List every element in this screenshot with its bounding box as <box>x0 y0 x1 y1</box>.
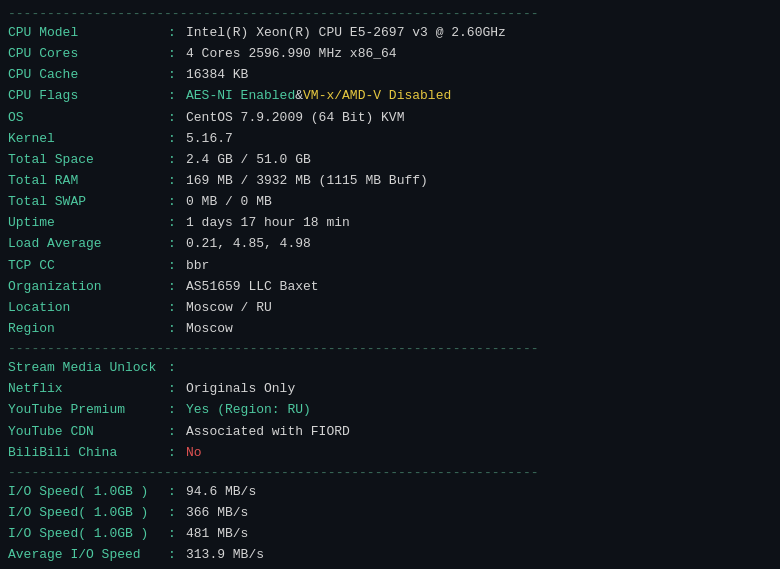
label-org: Organization <box>8 277 168 297</box>
value-os: CentOS 7.9.2009 (64 Bit) KVM <box>186 108 404 128</box>
value-tcp-cc: bbr <box>186 256 209 276</box>
row-load-avg: Load Average : 0.21, 4.85, 4.98 <box>8 234 772 254</box>
colon-uptime: : <box>168 213 186 233</box>
row-total-space: Total Space : 2.4 GB / 51.0 GB <box>8 150 772 170</box>
label-io1: I/O Speed( 1.0GB ) <box>8 482 168 502</box>
colon-io2: : <box>168 503 186 523</box>
label-stream-media: Stream Media Unlock <box>8 358 168 378</box>
colon-total-ram: : <box>168 171 186 191</box>
row-bilibili: BiliBili China : No <box>8 443 772 463</box>
value-total-space: 2.4 GB / 51.0 GB <box>186 150 311 170</box>
label-cpu-cache: CPU Cache <box>8 65 168 85</box>
value-location: Moscow / RU <box>186 298 272 318</box>
value-region: Moscow <box>186 319 233 339</box>
colon-cpu-cores: : <box>168 44 186 64</box>
label-youtube-premium: YouTube Premium <box>8 400 168 420</box>
row-cpu-model: CPU Model : Intel(R) Xeon(R) CPU E5-2697… <box>8 23 772 43</box>
label-uptime: Uptime <box>8 213 168 233</box>
colon-io3: : <box>168 524 186 544</box>
value-cpu-cache: 16384 KB <box>186 65 248 85</box>
row-netflix: Netflix : Originals Only <box>8 379 772 399</box>
value-cpu-flags-vm: VM-x/AMD-V Disabled <box>303 86 451 106</box>
label-total-swap: Total SWAP <box>8 192 168 212</box>
label-cpu-cores: CPU Cores <box>8 44 168 64</box>
divider-top: ----------------------------------------… <box>8 6 772 21</box>
row-location: Location : Moscow / RU <box>8 298 772 318</box>
row-org: Organization : AS51659 LLC Baxet <box>8 277 772 297</box>
row-io2: I/O Speed( 1.0GB ) : 366 MB/s <box>8 503 772 523</box>
row-io-avg: Average I/O Speed : 313.9 MB/s <box>8 545 772 565</box>
label-netflix: Netflix <box>8 379 168 399</box>
row-io3: I/O Speed( 1.0GB ) : 481 MB/s <box>8 524 772 544</box>
value-total-swap: 0 MB / 0 MB <box>186 192 272 212</box>
value-org: AS51659 LLC Baxet <box>186 277 319 297</box>
label-io2: I/O Speed( 1.0GB ) <box>8 503 168 523</box>
value-uptime: 1 days 17 hour 18 min <box>186 213 350 233</box>
value-youtube-cdn: Associated with FIORD <box>186 422 350 442</box>
label-load-avg: Load Average <box>8 234 168 254</box>
value-youtube-premium: Yes (Region: RU) <box>186 400 311 420</box>
row-cpu-cache: CPU Cache : 16384 KB <box>8 65 772 85</box>
colon-io1: : <box>168 482 186 502</box>
row-uptime: Uptime : 1 days 17 hour 18 min <box>8 213 772 233</box>
row-io1: I/O Speed( 1.0GB ) : 94.6 MB/s <box>8 482 772 502</box>
value-io-avg: 313.9 MB/s <box>186 545 264 565</box>
label-location: Location <box>8 298 168 318</box>
terminal-output: ----------------------------------------… <box>8 6 772 569</box>
label-io3: I/O Speed( 1.0GB ) <box>8 524 168 544</box>
colon-total-swap: : <box>168 192 186 212</box>
label-io-avg: Average I/O Speed <box>8 545 168 565</box>
colon-region: : <box>168 319 186 339</box>
row-kernel: Kernel : 5.16.7 <box>8 129 772 149</box>
colon-tcp-cc: : <box>168 256 186 276</box>
value-load-avg: 0.21, 4.85, 4.98 <box>186 234 311 254</box>
label-tcp-cc: TCP CC <box>8 256 168 276</box>
label-total-ram: Total RAM <box>8 171 168 191</box>
row-total-ram: Total RAM : 169 MB / 3932 MB (1115 MB Bu… <box>8 171 772 191</box>
colon-youtube-cdn: : <box>168 422 186 442</box>
value-io3: 481 MB/s <box>186 524 248 544</box>
value-cpu-model: Intel(R) Xeon(R) CPU E5-2697 v3 @ 2.60GH… <box>186 23 506 43</box>
value-io2: 366 MB/s <box>186 503 248 523</box>
colon-os: : <box>168 108 186 128</box>
label-os: OS <box>8 108 168 128</box>
value-total-ram: 169 MB / 3932 MB (1115 MB Buff) <box>186 171 428 191</box>
row-stream-media-title: Stream Media Unlock : <box>8 358 772 378</box>
label-cpu-model: CPU Model <box>8 23 168 43</box>
divider-media: ----------------------------------------… <box>8 341 772 356</box>
label-kernel: Kernel <box>8 129 168 149</box>
colon-total-space: : <box>168 150 186 170</box>
colon-location: : <box>168 298 186 318</box>
value-kernel: 5.16.7 <box>186 129 233 149</box>
label-total-space: Total Space <box>8 150 168 170</box>
label-youtube-cdn: YouTube CDN <box>8 422 168 442</box>
value-cpu-cores: 4 Cores 2596.990 MHz x86_64 <box>186 44 397 64</box>
row-tcp-cc: TCP CC : bbr <box>8 256 772 276</box>
divider-io: ----------------------------------------… <box>8 465 772 480</box>
value-bilibili: No <box>186 443 202 463</box>
value-netflix: Originals Only <box>186 379 295 399</box>
colon-cpu-cache: : <box>168 65 186 85</box>
colon-netflix: : <box>168 379 186 399</box>
label-bilibili: BiliBili China <box>8 443 168 463</box>
colon-io-avg: : <box>168 545 186 565</box>
row-region: Region : Moscow <box>8 319 772 339</box>
row-os: OS : CentOS 7.9.2009 (64 Bit) KVM <box>8 108 772 128</box>
colon-org: : <box>168 277 186 297</box>
row-cpu-cores: CPU Cores : 4 Cores 2596.990 MHz x86_64 <box>8 44 772 64</box>
row-total-swap: Total SWAP : 0 MB / 0 MB <box>8 192 772 212</box>
label-region: Region <box>8 319 168 339</box>
colon-load-avg: : <box>168 234 186 254</box>
value-io1: 94.6 MB/s <box>186 482 256 502</box>
colon-youtube-premium: : <box>168 400 186 420</box>
row-youtube-premium: YouTube Premium : Yes (Region: RU) <box>8 400 772 420</box>
label-cpu-flags: CPU Flags <box>8 86 168 106</box>
colon-cpu-flags: : <box>168 86 186 106</box>
colon-kernel: : <box>168 129 186 149</box>
colon-cpu-model: : <box>168 23 186 43</box>
row-youtube-cdn: YouTube CDN : Associated with FIORD <box>8 422 772 442</box>
row-cpu-flags: CPU Flags : AES-NI Enabled & VM-x/AMD-V … <box>8 86 772 106</box>
value-cpu-flags-aes: AES-NI Enabled <box>186 86 295 106</box>
colon-stream-media: : <box>168 358 186 378</box>
value-cpu-flags-sep: & <box>295 86 303 106</box>
